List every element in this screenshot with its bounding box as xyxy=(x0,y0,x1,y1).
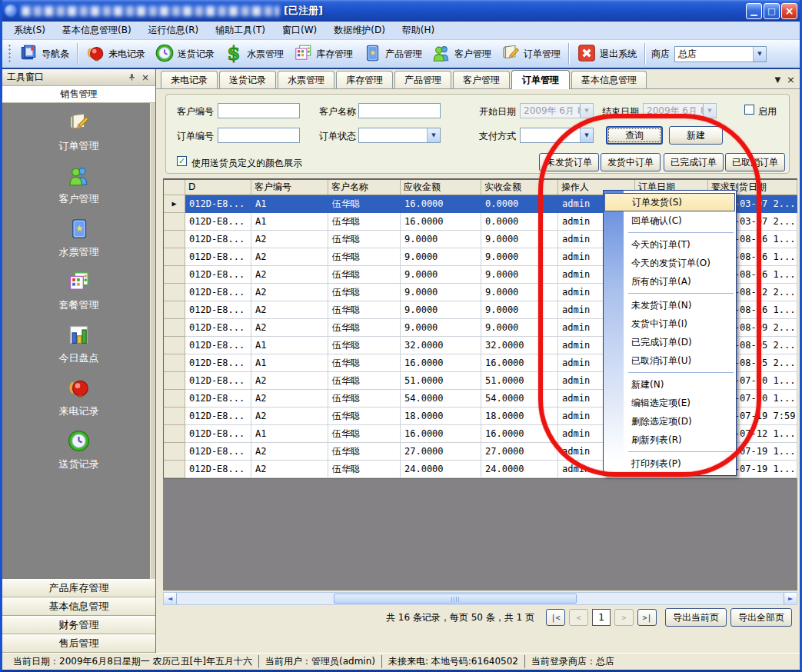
page-number-input[interactable] xyxy=(592,609,611,626)
sidebar-item-grid[interactable]: 套餐管理 xyxy=(59,270,99,312)
table-cell[interactable]: 伍华聪 xyxy=(328,231,401,248)
table-cell[interactable]: 9.0000 xyxy=(401,319,481,337)
table-cell[interactable]: 9.0000 xyxy=(401,284,481,301)
table-cell[interactable]: 9.0000 xyxy=(481,248,558,266)
table-cell[interactable]: 伍华聪 xyxy=(328,461,401,478)
tab[interactable]: 送货记录 xyxy=(219,71,276,88)
table-cell[interactable]: 9.0000 xyxy=(481,284,558,301)
sidebar-section[interactable]: 财务管理 xyxy=(2,616,155,634)
table-cell[interactable]: A2 xyxy=(251,301,328,319)
tab[interactable]: 基本信息管理 xyxy=(571,71,647,88)
table-cell[interactable]: 012D-E8... xyxy=(185,425,251,443)
table-cell[interactable]: 伍华聪 xyxy=(328,390,401,408)
sidebar-section[interactable]: 售后管理 xyxy=(2,634,155,653)
sidebar-section[interactable]: 基本信息管理 xyxy=(2,597,155,616)
context-menu-item[interactable]: 发货中订单(I) xyxy=(604,314,736,333)
export-current-page-button[interactable]: 导出当前页 xyxy=(665,608,727,627)
table-cell[interactable]: 012D-E8... xyxy=(185,266,251,284)
context-menu-item[interactable]: 编辑选定项(E) xyxy=(604,394,736,412)
sidebar-section-sales[interactable]: 销售管理 xyxy=(2,86,155,103)
row-selector[interactable] xyxy=(164,390,185,408)
sidebar-close-icon[interactable]: × xyxy=(140,72,151,83)
maximize-button[interactable]: □ xyxy=(764,3,780,19)
enable-checkbox[interactable] xyxy=(744,105,754,115)
row-selector[interactable] xyxy=(164,248,185,266)
row-selector[interactable] xyxy=(164,213,185,231)
table-cell[interactable]: 012D-E8... xyxy=(185,231,251,248)
menubar-item[interactable]: 辅助工具(T) xyxy=(207,22,274,39)
table-cell[interactable]: 012D-E8... xyxy=(185,443,251,461)
tab[interactable]: 来电记录 xyxy=(161,71,218,88)
table-cell[interactable]: A1 xyxy=(251,337,328,354)
context-menu-item[interactable]: 刷新列表(R) xyxy=(604,431,736,449)
toolbar-button-card[interactable]: ★产品管理 xyxy=(358,41,427,68)
sidebar-item-scroll[interactable]: 订单管理 xyxy=(59,111,99,153)
order-code-input[interactable] xyxy=(218,128,300,143)
sidebar-item-clock[interactable]: 送货记录 xyxy=(59,429,99,471)
table-cell[interactable]: A2 xyxy=(251,443,328,461)
table-cell[interactable]: 伍华聪 xyxy=(328,213,401,231)
toolbar-button-scroll[interactable]: 订单管理 xyxy=(496,41,565,68)
table-cell[interactable]: 27.0000 xyxy=(401,443,481,461)
table-cell[interactable]: A1 xyxy=(251,354,328,372)
row-selector[interactable] xyxy=(164,354,185,372)
minimize-button[interactable]: ▁ xyxy=(746,3,762,19)
toolbar-button-clock[interactable]: 送货记录 xyxy=(150,41,219,68)
menubar-item[interactable]: 系统(S) xyxy=(5,22,54,39)
status-filter-button[interactable]: 已取消订单 xyxy=(725,153,785,171)
table-cell[interactable]: 16.0000 xyxy=(401,213,481,231)
table-cell[interactable]: 16.0000 xyxy=(481,354,558,372)
table-cell[interactable]: A2 xyxy=(251,284,328,301)
shop-combobox[interactable]: 总店 ▼ xyxy=(674,46,767,62)
table-cell[interactable]: 伍华聪 xyxy=(328,425,401,443)
prev-page-button[interactable]: < xyxy=(569,609,588,626)
table-cell[interactable]: 32.0000 xyxy=(401,337,481,354)
new-button[interactable]: 新建 xyxy=(669,126,723,145)
table-cell[interactable]: 伍华聪 xyxy=(328,337,401,354)
table-cell[interactable]: 伍华聪 xyxy=(328,248,401,266)
table-cell[interactable]: 012D-E8... xyxy=(185,461,251,478)
pay-method-combobox[interactable]: ▼ xyxy=(520,128,594,143)
row-selector[interactable] xyxy=(164,231,185,248)
row-selector[interactable] xyxy=(164,425,185,443)
tab-close-icon[interactable]: × xyxy=(787,74,795,85)
context-menu-item[interactable]: 打印列表(P) xyxy=(604,454,736,473)
table-cell[interactable]: A2 xyxy=(251,319,328,337)
table-cell[interactable]: 27.0000 xyxy=(481,443,558,461)
row-selector[interactable] xyxy=(164,461,185,478)
column-header[interactable]: D xyxy=(185,180,251,195)
table-cell[interactable]: 18.0000 xyxy=(481,408,558,425)
table-cell[interactable]: 伍华聪 xyxy=(328,408,401,425)
table-cell[interactable]: A2 xyxy=(251,372,328,390)
table-cell[interactable]: 24.0000 xyxy=(401,461,481,478)
status-filter-button[interactable]: 已完成订单 xyxy=(664,153,724,171)
table-cell[interactable]: 012D-E8... xyxy=(185,301,251,319)
sidebar-section[interactable]: 产品库存管理 xyxy=(2,579,155,597)
table-cell[interactable]: 51.0000 xyxy=(401,372,481,390)
close-button[interactable]: × xyxy=(781,3,797,19)
order-status-combobox[interactable]: ▼ xyxy=(358,128,441,143)
row-selector[interactable] xyxy=(164,337,185,354)
table-cell[interactable]: 012D-E8... xyxy=(185,248,251,266)
toolbar-button-exit[interactable]: 退出系统 xyxy=(572,41,641,68)
table-cell[interactable]: 012D-E8... xyxy=(185,319,251,337)
tab[interactable]: 产品管理 xyxy=(394,71,451,88)
table-cell[interactable]: 伍华聪 xyxy=(328,301,401,319)
table-cell[interactable]: A2 xyxy=(251,461,328,478)
table-cell[interactable]: 24.0000 xyxy=(481,461,558,478)
table-cell[interactable]: 012D-E8... xyxy=(185,354,251,372)
sidebar-item-bell[interactable]: 来电记录 xyxy=(59,376,99,418)
status-filter-button[interactable]: 发货中订单 xyxy=(601,153,661,171)
table-cell[interactable]: 16.0000 xyxy=(481,425,558,443)
table-cell[interactable]: A2 xyxy=(251,408,328,425)
table-cell[interactable]: A1 xyxy=(251,213,328,231)
table-cell[interactable]: 9.0000 xyxy=(401,231,481,248)
pin-icon[interactable] xyxy=(126,72,137,83)
context-menu-item[interactable]: 所有的订单(A) xyxy=(604,272,736,291)
table-cell[interactable]: 012D-E8... xyxy=(185,284,251,301)
menubar-item[interactable]: 窗口(W) xyxy=(274,22,325,39)
table-cell[interactable]: 51.0000 xyxy=(481,372,558,390)
table-cell[interactable]: 9.0000 xyxy=(401,301,481,319)
scroll-left-arrow-icon[interactable]: ◄ xyxy=(164,593,177,604)
table-cell[interactable]: 16.0000 xyxy=(401,354,481,372)
